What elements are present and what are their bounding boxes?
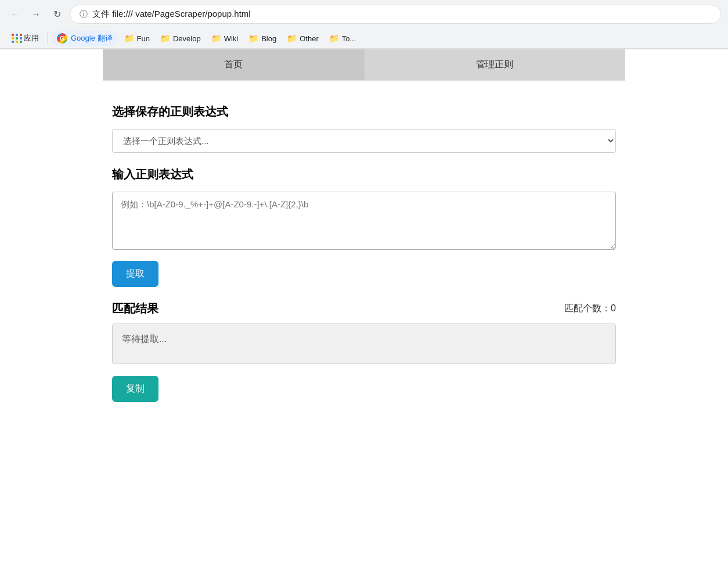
folder-icon-develop: 📁 — [160, 34, 170, 43]
bookmark-wiki[interactable]: 📁 Wiki — [207, 31, 243, 45]
results-title: 匹配结果 — [112, 301, 158, 317]
bookmark-other[interactable]: 📁 Other — [282, 31, 323, 45]
bookmark-to-label: To... — [342, 34, 356, 43]
refresh-button[interactable]: ↻ — [49, 6, 65, 23]
bookmarks-bar: 应用 G Google 翻译 📁 Fun 📁 Develop 📁 Wiki 📁 … — [0, 28, 728, 49]
folder-icon-to: 📁 — [329, 34, 339, 43]
translate-label: Google 翻译 — [71, 33, 113, 44]
bookmark-blog-label: Blog — [261, 34, 276, 43]
folder-icon-fun: 📁 — [124, 34, 134, 43]
results-box: 等待提取... — [112, 324, 616, 364]
bookmark-wiki-label: Wiki — [224, 34, 239, 43]
tab-bar: 首页 管理正则 — [103, 49, 625, 81]
bookmark-develop[interactable]: 📁 Develop — [156, 31, 206, 45]
folder-icon-blog: 📁 — [248, 34, 258, 43]
waiting-text: 等待提取... — [122, 334, 167, 344]
match-count-label: 匹配个数： — [564, 303, 611, 313]
bookmarks-divider — [47, 33, 48, 44]
tab-home[interactable]: 首页 — [103, 49, 365, 80]
regex-textarea[interactable] — [112, 192, 616, 250]
browser-chrome: ← → ↻ ⓘ 文件 file:/// vate/PageScraper/pop… — [0, 0, 728, 49]
tab-manage-rules[interactable]: 管理正则 — [365, 49, 626, 80]
google-translate-bookmark[interactable]: G Google 翻译 — [51, 31, 118, 46]
address-bar[interactable]: ⓘ 文件 file:/// vate/PageScraper/popup.htm… — [70, 5, 721, 24]
refresh-icon: ↻ — [53, 9, 61, 20]
apps-launcher[interactable]: 应用 — [7, 31, 44, 46]
input-regex-title: 输入正则表达式 — [112, 167, 616, 182]
apps-grid-icon — [12, 34, 21, 43]
apps-label: 应用 — [24, 33, 39, 44]
results-header: 匹配结果 匹配个数：0 — [112, 301, 616, 317]
bookmark-fun[interactable]: 📁 Fun — [120, 31, 154, 45]
page-content: 首页 管理正则 选择保存的正则表达式 选择一个正则表达式... 输入正则表达式 … — [103, 49, 625, 414]
select-regex-title: 选择保存的正则表达式 — [112, 104, 616, 120]
back-icon: ← — [10, 9, 20, 20]
folder-icon-wiki: 📁 — [211, 34, 221, 43]
forward-icon: → — [31, 9, 41, 20]
google-translate-icon: G — [57, 33, 67, 44]
select-regex-section: 选择保存的正则表达式 选择一个正则表达式... — [112, 104, 616, 167]
match-count-value: 0 — [611, 303, 616, 313]
browser-toolbar: ← → ↻ ⓘ 文件 file:/// vate/PageScraper/pop… — [0, 0, 728, 28]
address-text: 文件 file:/// vate/PageScraper/popup.html — [92, 9, 711, 20]
match-count: 匹配个数：0 — [564, 303, 616, 315]
bookmark-to[interactable]: 📁 To... — [325, 31, 361, 45]
main-area: 选择保存的正则表达式 选择一个正则表达式... 输入正则表达式 提取 匹配结果 … — [103, 92, 625, 414]
copy-button[interactable]: 复制 — [112, 376, 158, 402]
bookmark-blog[interactable]: 📁 Blog — [244, 31, 281, 45]
forward-button[interactable]: → — [28, 6, 44, 23]
back-button[interactable]: ← — [7, 6, 23, 23]
bookmark-other-label: Other — [300, 34, 319, 43]
folder-icon-other: 📁 — [287, 34, 297, 43]
regex-select-dropdown[interactable]: 选择一个正则表达式... — [112, 129, 616, 153]
extract-button[interactable]: 提取 — [112, 261, 158, 287]
bookmark-fun-label: Fun — [137, 34, 150, 43]
security-icon: ⓘ — [80, 9, 88, 20]
input-regex-section: 输入正则表达式 — [112, 167, 616, 261]
bookmark-develop-label: Develop — [173, 34, 201, 43]
